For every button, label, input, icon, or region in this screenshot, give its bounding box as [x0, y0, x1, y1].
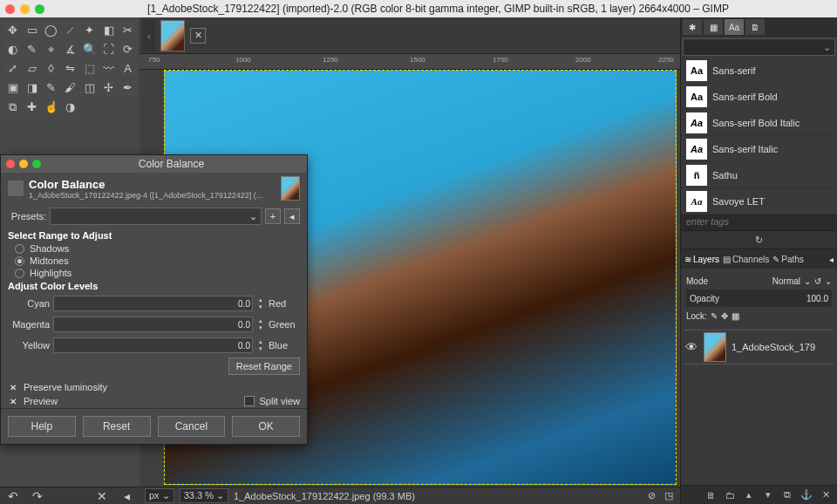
nav-icon[interactable]: ◳ [663, 490, 675, 502]
tool-paintbrush[interactable]: 🖌 [61, 78, 79, 97]
tool-shear[interactable]: ▱ [23, 59, 41, 78]
font-item[interactable]: AaSans-serif Italic [681, 136, 837, 162]
tool-flip[interactable]: ⇋ [61, 59, 79, 78]
font-item[interactable]: AaSans-serif [681, 58, 837, 84]
cancel-button[interactable]: Cancel [158, 416, 226, 437]
cancel-icon[interactable]: ⊘ [645, 490, 657, 502]
switch-icon[interactable]: ↺ [814, 276, 821, 286]
tool-rotate[interactable]: ⟳ [119, 40, 137, 58]
tool-crop[interactable]: ⛶ [99, 40, 118, 58]
dock-tab-documents-icon[interactable]: 🗎 [745, 19, 765, 35]
ok-button[interactable]: OK [232, 416, 300, 437]
tool-measure[interactable]: ∡ [61, 40, 79, 58]
chevron-down-icon[interactable]: ⌄ [804, 276, 811, 286]
tool-clone[interactable]: ⧉ [3, 98, 22, 116]
preset-menu-icon[interactable]: ◂ [284, 208, 300, 224]
tool-color-picker[interactable]: ⌖ [42, 40, 60, 58]
presets-select[interactable]: ⌄ [50, 208, 262, 225]
preserve-luminosity-checkbox[interactable]: ✕ [8, 382, 18, 392]
tool-move[interactable]: ✥ [3, 21, 22, 39]
close-icon[interactable] [5, 4, 15, 14]
tool-smudge[interactable]: ☝ [42, 98, 60, 116]
unit-select[interactable]: px ⌄ [145, 488, 174, 503]
help-button[interactable]: Help [8, 416, 76, 437]
split-view-checkbox[interactable] [244, 396, 255, 406]
tool-perspective[interactable]: ◊ [42, 59, 60, 78]
duplicate-layer-icon[interactable]: ⧉ [779, 488, 795, 502]
lock-position-icon[interactable]: ✥ [721, 311, 728, 321]
dock-tab-brushes-icon[interactable]: ✱ [683, 19, 702, 35]
tool-eraser[interactable]: ◫ [80, 78, 99, 97]
spin-down-icon[interactable]: ▾ [256, 324, 265, 331]
spin-down-icon[interactable]: ▾ [256, 345, 265, 352]
preview-checkbox[interactable]: ✕ [8, 396, 18, 406]
delete-icon[interactable]: ✕ [94, 489, 110, 503]
spin-down-icon[interactable]: ▾ [256, 303, 265, 310]
refresh-fonts-button[interactable]: ↻ [681, 230, 837, 249]
tab-channels[interactable]: ▤ Channels [723, 255, 769, 264]
mode-select[interactable]: Normal [772, 276, 800, 286]
font-tags-input[interactable]: enter tags [681, 215, 837, 230]
tool-dodge[interactable]: ◑ [61, 98, 79, 116]
lock-pixel-icon[interactable]: ✎ [711, 311, 718, 321]
tool-zoom[interactable]: 🔍 [80, 40, 99, 58]
dialog-maximize-icon[interactable] [32, 160, 41, 168]
tool-text[interactable]: A [119, 59, 137, 78]
slider-cyan-red[interactable]: 0.0 [53, 296, 253, 311]
tool-rect-select[interactable]: ▭ [23, 21, 41, 39]
raise-layer-icon[interactable]: ▴ [741, 488, 757, 502]
tab-close-icon[interactable]: ✕ [190, 28, 206, 44]
chevron-down-icon[interactable]: ⌄ [825, 276, 832, 286]
tool-pencil[interactable]: ✎ [42, 78, 60, 97]
tool-scissors[interactable]: ✂ [119, 21, 137, 39]
font-item[interactable]: ñSathu [681, 162, 837, 188]
font-item[interactable]: AaSans-serif Bold [681, 84, 837, 110]
undo-icon[interactable]: ↶ [5, 489, 21, 503]
font-item[interactable]: AaSans-serif Bold Italic [681, 110, 837, 136]
radio-shadows[interactable] [15, 244, 24, 254]
font-item[interactable]: AaSavoye LET [681, 188, 837, 215]
tab-paths[interactable]: ✎ Paths [772, 255, 804, 264]
font-filter-input[interactable]: ⌄ [683, 38, 835, 56]
dock-menu-icon[interactable]: ◂ [829, 255, 834, 264]
layer-item[interactable]: 👁 1_AdobeStock_179 [684, 330, 834, 364]
radio-highlights[interactable] [15, 269, 24, 278]
dock-tab-fonts-icon[interactable]: Aa [725, 19, 744, 35]
maximize-icon[interactable] [35, 4, 44, 14]
visibility-icon[interactable]: 👁 [684, 340, 698, 354]
spin-up-icon[interactable]: ▴ [256, 296, 265, 303]
tab-layers[interactable]: ≋ Layers [684, 255, 719, 264]
anchor-layer-icon[interactable]: ⚓ [799, 488, 814, 502]
tool-fuzzy-select[interactable]: ✦ [80, 21, 99, 39]
tool-gradient[interactable]: ◨ [23, 78, 41, 97]
spin-up-icon[interactable]: ▴ [256, 317, 265, 324]
tool-paths[interactable]: ✎ [23, 40, 41, 58]
radio-midtones[interactable] [15, 256, 24, 266]
tool-scale[interactable]: ⤢ [3, 59, 22, 78]
tab-prev-icon[interactable]: ‹ [143, 20, 155, 51]
tool-ink[interactable]: ✒ [119, 78, 137, 97]
delete-layer-icon[interactable]: ✕ [818, 488, 834, 502]
slider-magenta-green[interactable]: 0.0 [53, 317, 253, 332]
dock-tab-patterns-icon[interactable]: ▦ [704, 19, 723, 35]
group-layer-icon[interactable]: 🗀 [722, 488, 738, 502]
zoom-select[interactable]: 33.3 % ⌄ [180, 488, 228, 503]
tool-cage[interactable]: ⬚ [80, 59, 99, 78]
tool-ellipse-select[interactable]: ◯ [42, 21, 60, 39]
lock-alpha-icon[interactable]: ▦ [732, 311, 739, 321]
tool-free-select[interactable]: ⟋ [61, 21, 79, 39]
new-layer-icon[interactable]: 🗎 [703, 488, 718, 502]
tool-airbrush[interactable]: ✢ [99, 78, 118, 97]
lower-layer-icon[interactable]: ▾ [760, 488, 776, 502]
tool-bucket[interactable]: ▣ [3, 78, 22, 97]
chevron-left-icon[interactable]: ◂ [119, 489, 134, 503]
spin-up-icon[interactable]: ▴ [256, 338, 265, 345]
tool-warp[interactable]: 〰 [99, 59, 118, 78]
reset-range-button[interactable]: Reset Range [228, 358, 300, 375]
minimize-icon[interactable] [20, 4, 30, 14]
opacity-value[interactable]: 100.0 [806, 294, 828, 303]
dialog-titlebar[interactable]: Color Balance [1, 155, 307, 173]
add-preset-icon[interactable]: + [265, 208, 281, 224]
image-tab-thumb[interactable] [160, 20, 185, 51]
redo-icon[interactable]: ↷ [30, 489, 45, 503]
